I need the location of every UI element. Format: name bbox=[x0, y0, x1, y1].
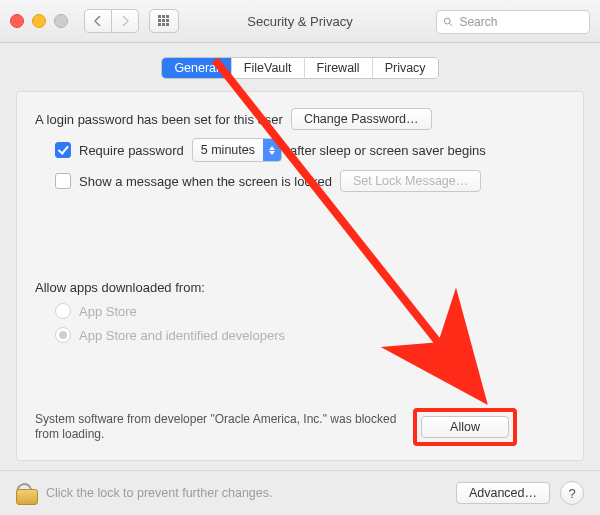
help-button[interactable]: ? bbox=[560, 481, 584, 505]
chevron-left-icon bbox=[94, 16, 102, 26]
allow-apps-heading: Allow apps downloaded from: bbox=[35, 280, 205, 295]
general-panel: A login password has been set for this u… bbox=[16, 91, 584, 461]
change-password-button[interactable]: Change Password… bbox=[291, 108, 432, 130]
titlebar: Security & Privacy bbox=[0, 0, 600, 43]
advanced-button[interactable]: Advanced… bbox=[456, 482, 550, 504]
svg-point-0 bbox=[444, 18, 450, 24]
tabs: General FileVault Firewall Privacy bbox=[161, 57, 438, 79]
forward-button[interactable] bbox=[112, 9, 139, 33]
login-password-row: A login password has been set for this u… bbox=[35, 108, 565, 130]
allow-highlight-annotation: Allow bbox=[413, 408, 517, 446]
blocked-software-text: System software from developer "Oracle A… bbox=[35, 412, 405, 442]
require-password-label: Require password bbox=[79, 143, 184, 158]
search-field[interactable] bbox=[436, 10, 590, 34]
chevron-right-icon bbox=[121, 16, 129, 26]
blocked-software-row: System software from developer "Oracle A… bbox=[35, 408, 565, 446]
radio-identified-developers bbox=[55, 327, 71, 343]
tabs-row: General FileVault Firewall Privacy bbox=[0, 57, 600, 79]
password-delay-value: 5 minutes bbox=[201, 143, 255, 157]
lock-hint-text: Click the lock to prevent further change… bbox=[46, 486, 446, 500]
tab-privacy[interactable]: Privacy bbox=[373, 58, 438, 78]
minimize-window-button[interactable] bbox=[32, 14, 46, 28]
back-button[interactable] bbox=[84, 9, 112, 33]
window-controls bbox=[10, 14, 68, 28]
after-sleep-text: after sleep or screen saver begins bbox=[290, 143, 486, 158]
lock-icon[interactable] bbox=[16, 481, 36, 505]
stepper-arrows-icon bbox=[263, 139, 281, 161]
tab-firewall[interactable]: Firewall bbox=[305, 58, 373, 78]
tab-general[interactable]: General bbox=[162, 58, 231, 78]
search-input[interactable] bbox=[457, 14, 583, 30]
show-message-checkbox[interactable] bbox=[55, 173, 71, 189]
footer: Click the lock to prevent further change… bbox=[0, 470, 600, 515]
login-password-text: A login password has been set for this u… bbox=[35, 112, 283, 127]
tab-filevault[interactable]: FileVault bbox=[232, 58, 305, 78]
radio-app-store-row: App Store bbox=[55, 303, 565, 319]
radio-identified-label: App Store and identified developers bbox=[79, 328, 285, 343]
require-password-row: Require password 5 minutes after sleep o… bbox=[55, 138, 565, 162]
password-delay-select[interactable]: 5 minutes bbox=[192, 138, 282, 162]
set-lock-message-button: Set Lock Message… bbox=[340, 170, 481, 192]
radio-app-store-label: App Store bbox=[79, 304, 137, 319]
radio-app-store bbox=[55, 303, 71, 319]
allow-button[interactable]: Allow bbox=[421, 416, 509, 438]
allow-apps-heading-row: Allow apps downloaded from: bbox=[35, 280, 565, 295]
maximize-window-button bbox=[54, 14, 68, 28]
close-window-button[interactable] bbox=[10, 14, 24, 28]
require-password-checkbox[interactable] bbox=[55, 142, 71, 158]
grid-icon bbox=[158, 15, 170, 27]
show-message-label: Show a message when the screen is locked bbox=[79, 174, 332, 189]
svg-line-1 bbox=[450, 23, 453, 26]
nav-buttons bbox=[84, 9, 139, 33]
show-all-button[interactable] bbox=[149, 9, 179, 33]
show-message-row: Show a message when the screen is locked… bbox=[55, 170, 565, 192]
radio-identified-row: App Store and identified developers bbox=[55, 327, 565, 343]
search-icon bbox=[443, 16, 453, 28]
